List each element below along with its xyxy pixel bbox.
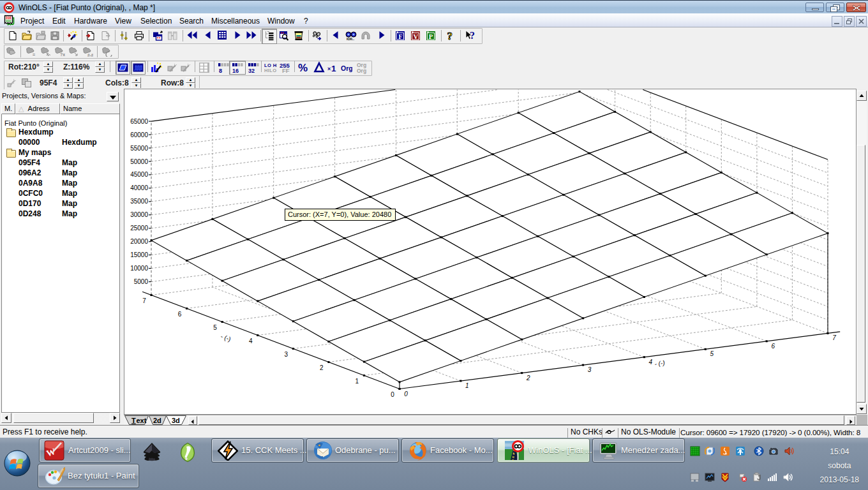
svg-text:- (-): - (-) [220, 332, 232, 343]
svg-text:5: 5 [710, 350, 714, 357]
svg-text:3d: 3d [172, 417, 180, 424]
svg-text:45000: 45000 [130, 171, 148, 178]
svg-text:4: 4 [249, 338, 253, 345]
svg-text:×: × [327, 66, 331, 72]
svg-text:6: 6 [771, 343, 775, 350]
svg-text:8: 8 [219, 68, 222, 73]
svg-text:16: 16 [232, 68, 239, 73]
svg-text:- (-): - (-) [654, 359, 665, 368]
svg-text:P: P [429, 33, 433, 40]
svg-text:IOI: IOI [6, 16, 12, 20]
svg-text:60000: 60000 [130, 131, 148, 138]
svg-text:15000: 15000 [130, 251, 148, 258]
svg-text:Org: Org [341, 64, 352, 72]
svg-text:1: 1 [355, 378, 359, 385]
svg-text:ext: ext [137, 417, 147, 424]
svg-text:7: 7 [832, 334, 836, 341]
svg-text:T: T [131, 417, 136, 424]
svg-text:2: 2 [526, 375, 530, 382]
svg-text:2d: 2d [153, 417, 161, 424]
svg-text:5000: 5000 [134, 278, 149, 285]
svg-text:55000: 55000 [130, 145, 148, 152]
svg-text:?x: ?x [60, 52, 65, 57]
svg-text:20000: 20000 [130, 238, 148, 245]
svg-text:%: % [298, 62, 308, 74]
svg-text:65000: 65000 [130, 118, 148, 125]
svg-text:5: 5 [213, 324, 217, 331]
svg-text:50000: 50000 [130, 158, 148, 165]
svg-text:7: 7 [142, 297, 146, 304]
svg-text:Cursor: (X=7, Y=0), Value: 204: Cursor: (X=7, Y=0), Value: 20480 [288, 211, 391, 218]
svg-text:IOII..: IOII.. [347, 37, 354, 41]
svg-text:30000: 30000 [130, 211, 148, 218]
svg-text:10000: 10000 [130, 265, 148, 272]
svg-text:6: 6 [178, 311, 182, 318]
svg-text:0: 0 [404, 390, 408, 397]
svg-text:=: = [33, 52, 35, 57]
svg-text:#-#: #-# [87, 53, 93, 57]
svg-text:35000: 35000 [130, 198, 148, 205]
svg-text:32: 32 [248, 68, 255, 73]
svg-text:3: 3 [285, 351, 288, 358]
svg-text:1: 1 [331, 64, 336, 73]
svg-text:25000: 25000 [130, 225, 148, 232]
svg-text:40000: 40000 [130, 184, 148, 191]
svg-text:?: ? [447, 30, 453, 41]
svg-text:2: 2 [320, 364, 324, 371]
svg-text:3: 3 [588, 366, 592, 373]
svg-text:4: 4 [649, 359, 653, 366]
svg-text:FF: FF [282, 67, 290, 73]
svg-text:V: V [413, 33, 418, 40]
svg-text:1: 1 [465, 382, 469, 389]
svg-text:HILO: HILO [264, 68, 277, 73]
svg-text:0: 0 [391, 391, 394, 398]
svg-text:F: F [398, 33, 402, 40]
svg-text:Org: Org [357, 68, 366, 74]
